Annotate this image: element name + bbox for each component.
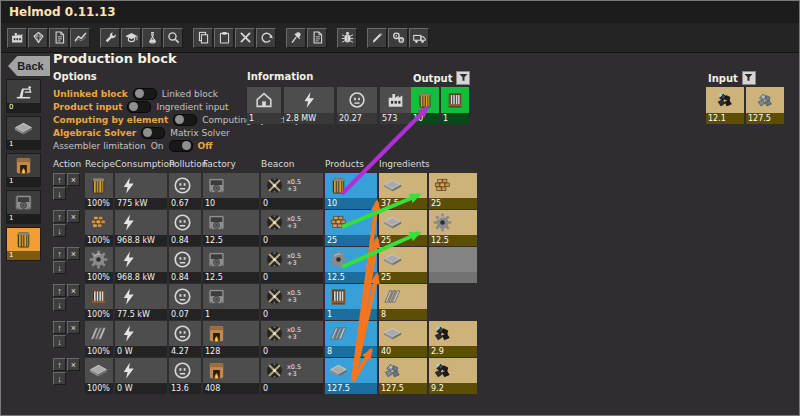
product-cell-brick-stack[interactable]: 25 xyxy=(325,210,377,246)
gold-striped-item-icon xyxy=(13,229,34,250)
output-filter-button[interactable] xyxy=(456,71,470,85)
beacon-cell[interactable]: x0.5+30 xyxy=(261,173,323,209)
move-up-button[interactable]: ↑ xyxy=(53,284,66,297)
product-cell-gold-striped-item[interactable]: 10 xyxy=(325,173,377,209)
product-cell-iron-plate[interactable]: 127.5 xyxy=(325,358,377,394)
refresh-button[interactable] xyxy=(256,28,276,48)
chart-button[interactable] xyxy=(70,28,90,48)
graduation-cap-button[interactable] xyxy=(121,28,141,48)
close-button[interactable] xyxy=(235,28,255,48)
move-up-button[interactable]: ↑ xyxy=(53,210,66,223)
option-toggle[interactable] xyxy=(141,127,165,139)
ingredient-cell-iron-plate[interactable]: 25 xyxy=(379,210,427,246)
pin-button[interactable] xyxy=(286,28,306,48)
pencil-button[interactable] xyxy=(367,28,387,48)
input-filter-button[interactable] xyxy=(742,71,756,85)
ingredient-cell-brick-stack[interactable]: 25 xyxy=(429,173,477,209)
info-pollution-face[interactable]: 20.27 xyxy=(337,87,377,124)
product-cell-steel-beam[interactable]: 8 xyxy=(325,321,377,357)
move-up-button[interactable]: ↑ xyxy=(53,173,66,186)
consumption-cell: 0 W xyxy=(115,321,167,357)
factory-cell-assembling-machine[interactable]: 1 xyxy=(203,284,259,320)
info-bolt[interactable]: 2.8 MW xyxy=(284,87,334,124)
beacon-cell[interactable]: x0.5+30 xyxy=(261,358,323,394)
document-button[interactable] xyxy=(49,28,69,48)
product-cell-gate[interactable]: 1 xyxy=(325,284,377,320)
recipe-cell-brick-stack[interactable]: 100% xyxy=(85,210,113,246)
recipe-cell-gate[interactable]: 100% xyxy=(85,284,113,320)
move-down-button[interactable]: ↓ xyxy=(53,372,66,385)
move-up-button[interactable]: ↑ xyxy=(53,321,66,334)
bug-button[interactable] xyxy=(337,28,357,48)
output-gate[interactable]: 1 xyxy=(441,87,469,124)
ingredient-cell-iron-plate[interactable]: 40 xyxy=(379,321,427,357)
sidebar-block-lab[interactable]: 0 xyxy=(6,79,41,113)
recipe-cell-iron-gear[interactable]: 100% xyxy=(85,247,113,283)
factory-cell-assembling-machine[interactable]: 10 xyxy=(203,173,259,209)
sidebar-block-assembling-machine[interactable]: 1 xyxy=(6,190,41,224)
cell-value: 573 xyxy=(380,113,412,124)
delete-button[interactable]: × xyxy=(67,284,80,297)
option-toggle[interactable] xyxy=(133,88,157,100)
delete-button[interactable]: × xyxy=(67,210,80,223)
factory-cell-assembling-machine[interactable]: 12.5 xyxy=(203,210,259,246)
factory-button[interactable] xyxy=(7,28,27,48)
move-down-button[interactable]: ↓ xyxy=(53,261,66,274)
assembling-machine-icon xyxy=(206,212,227,233)
document-button[interactable] xyxy=(307,28,327,48)
sidebar-block-gold-striped-item[interactable]: 1 xyxy=(6,227,41,261)
factory-cell-assembling-machine[interactable]: 12.5 xyxy=(203,247,259,283)
move-down-button[interactable]: ↓ xyxy=(53,298,66,311)
move-down-button[interactable]: ↓ xyxy=(53,335,66,348)
beacon-cell[interactable]: x0.5+30 xyxy=(261,321,323,357)
ingredient-cell-coal[interactable]: 2.9 xyxy=(429,321,477,357)
ingredient-cell-iron-ore[interactable]: 127.5 xyxy=(379,358,427,394)
move-up-button[interactable]: ↑ xyxy=(53,358,66,371)
input-coal[interactable]: 12.1 xyxy=(706,87,744,124)
beacon-cell[interactable]: x0.5+30 xyxy=(261,247,323,283)
ingredient-cell-iron-plate[interactable]: 25 xyxy=(379,247,427,283)
wrench-button[interactable] xyxy=(100,28,120,48)
sidebar-block-iron-plate[interactable]: 1 xyxy=(6,116,41,150)
output-gold-striped-item[interactable]: 10 xyxy=(411,87,439,124)
option-toggle[interactable] xyxy=(173,114,197,126)
delete-button[interactable]: × xyxy=(67,321,80,334)
factory-cell-stone-furnace[interactable]: 408 xyxy=(203,358,259,394)
recipe-cell-gold-striped-item[interactable]: 100% xyxy=(85,173,113,209)
delete-button[interactable]: × xyxy=(67,173,80,186)
iron-plate-icon xyxy=(328,360,349,381)
beacon-cell[interactable]: x0.5+30 xyxy=(261,284,323,320)
delete-button[interactable]: × xyxy=(67,247,80,260)
ingredient-cell-steel-beam[interactable]: 8 xyxy=(379,284,427,320)
beacon-info: x0.5+3 xyxy=(264,212,301,233)
move-down-button[interactable]: ↓ xyxy=(53,224,66,237)
cell-value: 0 xyxy=(261,346,323,357)
option-toggle[interactable] xyxy=(169,140,193,152)
search-button[interactable] xyxy=(163,28,183,48)
gem-button[interactable] xyxy=(28,28,48,48)
product-cell-iron-gear[interactable]: 12.5 xyxy=(325,247,377,283)
recipe-cell-iron-plate[interactable]: 100% xyxy=(85,358,113,394)
input-iron-ore[interactable]: 127.5 xyxy=(746,87,784,124)
ingredient-cell-iron-gear[interactable]: 12.5 xyxy=(429,210,477,246)
sidebar-block-stone-furnace[interactable]: 1 xyxy=(6,153,41,187)
truck-button[interactable] xyxy=(409,28,429,48)
recipe-cell-steel-beam[interactable]: 100% xyxy=(85,321,113,357)
move-down-button[interactable]: ↓ xyxy=(53,187,66,200)
copy-button[interactable] xyxy=(193,28,213,48)
ingredient-cell-iron-plate[interactable]: 37.5 xyxy=(379,173,427,209)
delete-button[interactable]: × xyxy=(67,358,80,371)
beacon-cell[interactable]: x0.5+30 xyxy=(261,210,323,246)
ingredient-cell-coal[interactable]: 9.2 xyxy=(429,358,477,394)
back-button[interactable]: Back xyxy=(8,56,50,76)
move-up-button[interactable]: ↑ xyxy=(53,247,66,260)
paste-button[interactable] xyxy=(214,28,234,48)
input-heading: Input xyxy=(708,71,756,85)
factory-cell-stone-furnace[interactable]: 128 xyxy=(203,321,259,357)
gears-button[interactable] xyxy=(388,28,408,48)
info-factory[interactable]: 573 xyxy=(380,87,412,124)
info-house[interactable]: 1 xyxy=(247,87,281,124)
bolt-icon xyxy=(118,212,139,233)
flask-button[interactable] xyxy=(142,28,162,48)
option-toggle[interactable] xyxy=(127,101,151,113)
